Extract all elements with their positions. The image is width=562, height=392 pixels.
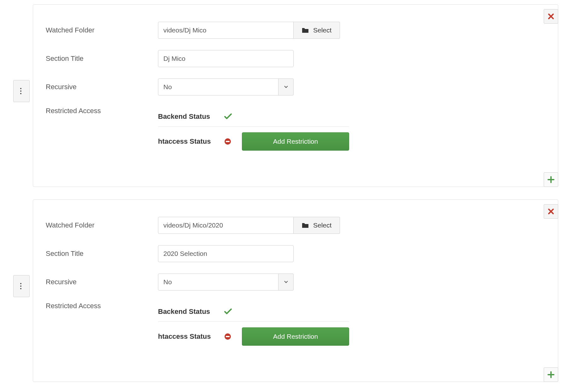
restricted-access-label: Restricted Access [46,302,158,310]
select-folder-button[interactable]: Select [294,217,340,234]
close-button[interactable] [544,9,558,24]
recursive-select[interactable]: No [158,274,294,291]
close-icon [548,13,554,20]
htaccess-status-label: htaccess Status [158,332,224,341]
recursive-select[interactable]: No [158,78,294,95]
drag-handle[interactable] [13,80,30,102]
folder-card: Watched Folder Select Section Title [0,199,562,382]
folder-icon [302,222,309,228]
select-folder-button[interactable]: Select [294,22,340,39]
close-icon [548,208,554,215]
drag-handle[interactable] [13,275,30,297]
deny-icon [224,333,231,340]
close-button[interactable] [544,204,558,219]
svg-point-5 [20,283,21,284]
check-icon [224,113,232,120]
add-button[interactable] [544,367,558,382]
backend-status-label: Backend Status [158,112,224,121]
add-restriction-button[interactable]: Add Restriction [242,327,349,346]
plus-icon [547,371,554,378]
check-icon [224,308,232,315]
watched-folder-input[interactable] [158,217,294,234]
svg-rect-9 [226,336,230,337]
svg-point-2 [20,93,21,94]
watched-folder-input[interactable] [158,22,294,39]
select-button-label: Select [313,26,331,34]
svg-point-7 [20,288,21,289]
caret-down-icon [284,281,288,283]
section-title-label: Section Title [46,250,158,258]
section-title-input[interactable] [158,50,294,67]
recursive-select-value[interactable]: No [158,274,278,291]
svg-point-1 [20,90,21,92]
watched-folder-label: Watched Folder [46,221,158,229]
section-title-input[interactable] [158,245,294,262]
plus-icon [547,176,554,183]
grip-vertical-icon [20,283,23,290]
restricted-access-label: Restricted Access [46,107,158,115]
grip-vertical-icon [20,88,23,95]
recursive-select-value[interactable]: No [158,78,278,95]
svg-rect-4 [226,141,230,142]
recursive-label: Recursive [46,278,158,286]
recursive-label: Recursive [46,83,158,91]
section-title-label: Section Title [46,55,158,63]
deny-icon [224,138,231,145]
backend-status-label: Backend Status [158,308,224,316]
watched-folder-label: Watched Folder [46,26,158,34]
add-restriction-button[interactable]: Add Restriction [242,132,349,151]
add-button[interactable] [544,172,558,187]
recursive-select-caret[interactable] [278,274,294,291]
caret-down-icon [284,86,288,88]
recursive-select-caret[interactable] [278,78,294,95]
folder-card: Watched Folder Select Section Title [0,4,562,187]
select-button-label: Select [313,222,331,229]
folder-icon [302,27,309,33]
svg-point-6 [20,285,21,287]
svg-point-0 [20,88,21,89]
htaccess-status-label: htaccess Status [158,137,224,146]
